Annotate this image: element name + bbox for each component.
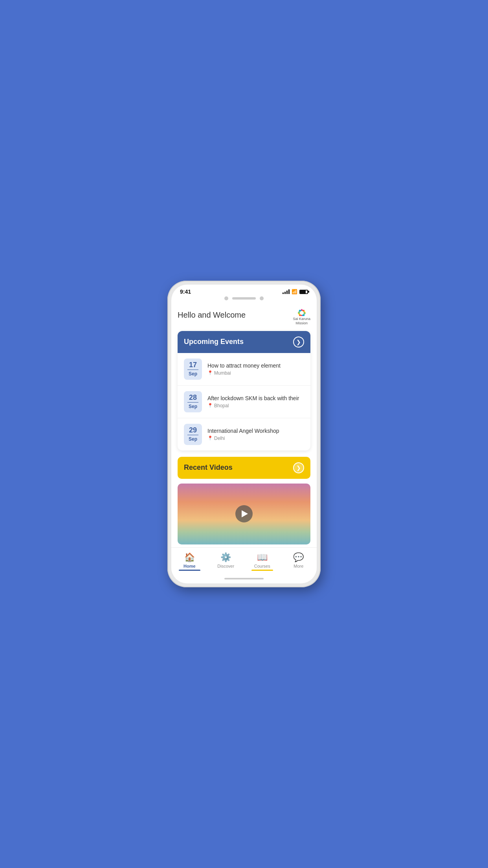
event-item-2[interactable]: 28 Sep After lockdown SKM is back with t… bbox=[178, 386, 310, 418]
more-icon: 💬 bbox=[293, 552, 304, 563]
status-bar: 9:41 📶 bbox=[171, 285, 317, 296]
videos-header[interactable]: Recent Videos ❯ bbox=[178, 457, 310, 479]
battery-icon bbox=[299, 290, 308, 294]
events-title: Upcoming Events bbox=[184, 338, 244, 346]
scroll-content: Hello and Welcome Sai Karuna Mission bbox=[171, 302, 317, 547]
nav-label-home: Home bbox=[183, 564, 196, 568]
play-triangle-icon-1 bbox=[242, 510, 248, 517]
notch bbox=[171, 296, 317, 302]
wifi-icon: 📶 bbox=[292, 289, 297, 294]
events-chevron[interactable]: ❯ bbox=[293, 337, 304, 348]
date-month-1: Sep bbox=[189, 371, 197, 377]
videos-title: Recent Videos bbox=[184, 463, 233, 472]
date-month-3: Sep bbox=[189, 436, 197, 442]
event-location-3: 📍 Delhi bbox=[207, 436, 304, 441]
courses-icon: 📖 bbox=[257, 552, 268, 563]
notch-circle-left bbox=[224, 296, 228, 300]
status-time: 9:41 bbox=[180, 289, 191, 295]
event-title-1: How to attract money element bbox=[207, 362, 304, 369]
home-pill bbox=[224, 578, 264, 579]
videos-chevron[interactable]: ❯ bbox=[293, 462, 304, 473]
greeting-text: Hello and Welcome bbox=[178, 311, 246, 320]
date-divider-3 bbox=[187, 435, 198, 435]
date-number-3: 29 bbox=[189, 427, 197, 434]
home-icon: 🏠 bbox=[184, 552, 195, 563]
phone-frame: 9:41 📶 Hel bbox=[167, 281, 321, 587]
home-indicator bbox=[171, 574, 317, 583]
date-number-1: 17 bbox=[189, 361, 197, 368]
logo-icon bbox=[295, 305, 309, 316]
event-item[interactable]: 17 Sep How to attract money element 📍 Mu… bbox=[178, 353, 310, 386]
event-details-2: After lockdown SKM is back with their 📍 … bbox=[207, 395, 304, 408]
location-pin-icon-2: 📍 bbox=[207, 403, 213, 408]
bottom-nav: 🏠 Home ⚙️ Discover 📖 Courses 💬 More bbox=[171, 547, 317, 574]
svg-point-5 bbox=[300, 311, 304, 315]
video-thumbnail-1[interactable] bbox=[178, 484, 310, 544]
logo-text: Sai Karuna Mission bbox=[293, 317, 310, 326]
discover-icon: ⚙️ bbox=[220, 552, 231, 563]
nav-item-discover[interactable]: ⚙️ Discover bbox=[208, 551, 244, 572]
event-item-3[interactable]: 29 Sep International Angel Workshop 📍 De… bbox=[178, 418, 310, 451]
events-header[interactable]: Upcoming Events ❯ bbox=[178, 331, 310, 353]
event-details-3: International Angel Workshop 📍 Delhi bbox=[207, 428, 304, 441]
home-active-bar bbox=[179, 570, 201, 571]
event-title-3: International Angel Workshop bbox=[207, 428, 304, 434]
phone-screen: 9:41 📶 Hel bbox=[171, 285, 317, 583]
date-badge-2: 28 Sep bbox=[184, 391, 202, 412]
status-icons: 📶 bbox=[283, 289, 308, 294]
notch-circle-right bbox=[260, 296, 264, 300]
notch-pill bbox=[232, 297, 256, 300]
nav-item-more[interactable]: 💬 More bbox=[281, 551, 317, 572]
date-badge-1: 17 Sep bbox=[184, 359, 202, 380]
play-button-1[interactable] bbox=[235, 505, 253, 522]
courses-active-bar bbox=[251, 570, 273, 571]
event-details-1: How to attract money element 📍 Mumbai bbox=[207, 362, 304, 376]
nav-label-discover: Discover bbox=[217, 564, 234, 568]
date-month-2: Sep bbox=[189, 404, 197, 409]
location-pin-icon-1: 📍 bbox=[207, 370, 213, 375]
nav-item-home[interactable]: 🏠 Home bbox=[171, 551, 208, 572]
videos-section: Recent Videos ❯ From Depression to Medit… bbox=[178, 457, 310, 547]
event-title-2: After lockdown SKM is back with their bbox=[207, 395, 304, 401]
signal-icon bbox=[283, 289, 290, 294]
logo-area: Sai Karuna Mission bbox=[293, 305, 310, 326]
date-divider-2 bbox=[187, 402, 198, 403]
nav-label-more: More bbox=[294, 564, 303, 568]
date-number-2: 28 bbox=[189, 394, 197, 401]
nav-label-courses: Courses bbox=[254, 564, 270, 568]
nav-item-courses[interactable]: 📖 Courses bbox=[244, 551, 281, 572]
date-badge-3: 29 Sep bbox=[184, 424, 202, 445]
event-location-1: 📍 Mumbai bbox=[207, 370, 304, 376]
event-location-2: 📍 Bhopal bbox=[207, 403, 304, 408]
app-header: Hello and Welcome Sai Karuna Mission bbox=[178, 302, 310, 331]
events-card: Upcoming Events ❯ 17 Sep How to attract … bbox=[178, 331, 310, 451]
location-pin-icon-3: 📍 bbox=[207, 436, 213, 441]
date-divider-1 bbox=[187, 370, 198, 370]
